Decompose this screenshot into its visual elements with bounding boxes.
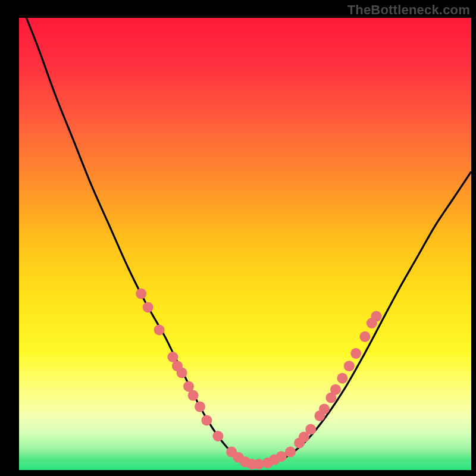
data-dot <box>285 447 296 458</box>
data-dot <box>330 384 341 395</box>
data-dot <box>177 368 187 378</box>
data-dot <box>359 331 370 342</box>
data-dot <box>195 402 205 412</box>
chart-stage: TheBottleneck.com <box>0 0 476 476</box>
data-dot <box>143 302 154 312</box>
data-dot <box>136 289 146 299</box>
gradient-background <box>19 18 471 470</box>
data-dot <box>337 373 347 384</box>
data-dot <box>371 311 381 322</box>
data-dot <box>201 415 212 425</box>
data-dot <box>154 324 165 335</box>
data-dot <box>344 361 355 371</box>
data-dot <box>305 424 316 435</box>
data-dot <box>188 390 199 401</box>
watermark-text: TheBottleneck.com <box>347 2 470 18</box>
data-dot <box>212 431 223 441</box>
data-dot <box>350 348 361 359</box>
bottleneck-chart <box>0 0 476 476</box>
data-dot <box>319 403 330 414</box>
data-dot <box>253 459 264 469</box>
